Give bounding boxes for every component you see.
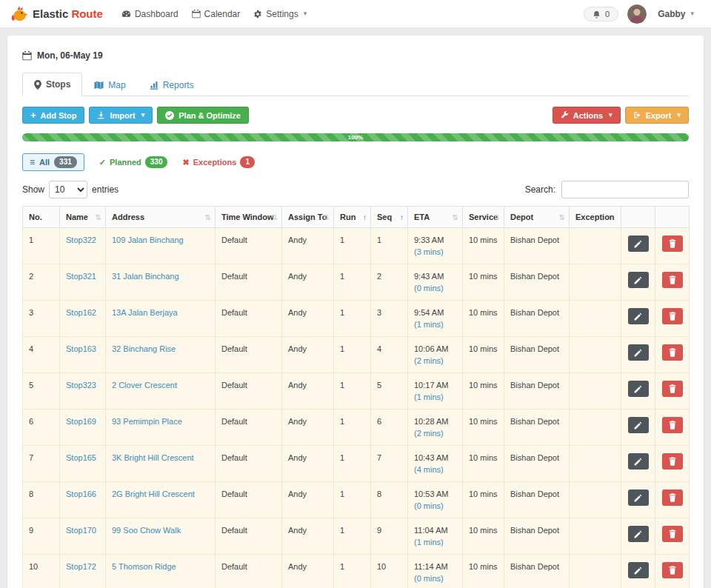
stop-address-link[interactable]: 2 Clover Crescent (112, 381, 177, 390)
edit-stop-button[interactable] (628, 417, 649, 433)
pencil-icon (634, 385, 642, 393)
plan-optimize-button[interactable]: Plan & Optimize (157, 107, 249, 124)
date-selector[interactable]: Mon, 06-May 19 (22, 47, 689, 62)
bar-chart-icon (150, 81, 158, 90)
stop-name-link[interactable]: Stop169 (66, 417, 96, 426)
tab-reports[interactable]: Reports (138, 73, 206, 96)
column-header-service[interactable]: Service⇅ (463, 207, 504, 228)
cell-seq: 4 (371, 337, 408, 373)
cell-delete (655, 373, 690, 410)
delete-stop-button[interactable] (662, 526, 683, 542)
actions-button[interactable]: Actions ▾ (553, 107, 621, 124)
cell-address: 5 Thomson Ridge (106, 555, 216, 588)
cell-delete (655, 228, 690, 264)
nav-calendar[interactable]: Calendar (185, 9, 247, 19)
brand-logo[interactable]: ElasticRoute (10, 5, 103, 23)
filter-planned-button[interactable]: ✓ Planned 330 (99, 156, 168, 168)
delete-stop-button[interactable] (662, 308, 683, 324)
cell-seq: 5 (371, 373, 408, 410)
notifications-button[interactable]: 0 (584, 7, 618, 21)
cell-time-window: Default (216, 228, 282, 264)
column-header-run[interactable]: Run↑ (334, 207, 371, 228)
delete-stop-button[interactable] (662, 344, 683, 361)
cell-edit (621, 555, 655, 588)
export-button[interactable]: Export ▾ (625, 107, 689, 124)
filter-all-button[interactable]: ≡ All 331 (22, 153, 84, 171)
column-header-name[interactable]: Name⇅ (60, 207, 106, 228)
filter-exceptions-button[interactable]: ✖ Exceptions 1 (182, 156, 254, 168)
stop-name-link[interactable]: Stop170 (66, 526, 96, 535)
user-menu[interactable]: Gabby ▾ (651, 9, 701, 19)
column-header-eta[interactable]: ETA⇅ (408, 207, 463, 228)
nav-settings[interactable]: Settings ▾ (247, 9, 313, 19)
stop-address-link[interactable]: 31 Jalan Binchang (112, 272, 179, 281)
stop-name-link[interactable]: Stop321 (66, 272, 96, 281)
cell-time-window: Default (216, 482, 282, 518)
stop-name-link[interactable]: Stop166 (66, 490, 96, 498)
stop-address-link[interactable]: 109 Jalan Binchang (112, 235, 184, 244)
stop-address-link[interactable]: 32 Binchang Rise (112, 344, 176, 353)
cell-delete (655, 264, 690, 301)
column-header-no[interactable]: No. (23, 207, 60, 228)
cell-eta: 10:43 AM(4 mins) (408, 446, 463, 482)
edit-stop-button[interactable] (628, 344, 649, 361)
delete-stop-button[interactable] (662, 562, 683, 578)
add-stop-button[interactable]: + Add Stop (22, 107, 84, 124)
tab-map[interactable]: Map (82, 73, 137, 96)
column-header-exception[interactable]: Exception (570, 207, 621, 228)
stop-name-link[interactable]: Stop162 (66, 308, 96, 317)
stop-address-link[interactable]: 2G Bright Hill Crescent (112, 490, 195, 498)
delete-stop-button[interactable] (662, 417, 683, 433)
column-header-assign-to[interactable]: Assign To⇅ (282, 207, 334, 228)
cell-no: 8 (23, 482, 60, 518)
cell-depot: Bishan Depot (504, 482, 570, 518)
stop-address-link[interactable]: 93 Pemimpin Place (112, 417, 182, 426)
edit-stop-button[interactable] (628, 562, 649, 578)
column-header-address[interactable]: Address⇅ (106, 207, 216, 228)
stop-address-link[interactable]: 5 Thomson Ridge (112, 562, 176, 571)
edit-stop-button[interactable] (628, 308, 649, 324)
stop-name-link[interactable]: Stop322 (66, 235, 96, 244)
cell-seq: 6 (371, 410, 408, 446)
delete-stop-button[interactable] (662, 490, 683, 506)
avatar[interactable] (627, 4, 647, 24)
cell-run: 1 (334, 228, 371, 264)
column-header-seq[interactable]: Seq↑ (371, 207, 408, 228)
import-button[interactable]: Import ▾ (89, 107, 153, 124)
edit-stop-button[interactable] (628, 526, 649, 542)
tab-stops[interactable]: Stops (22, 73, 82, 96)
trash-icon (669, 529, 676, 538)
edit-stop-button[interactable] (628, 381, 649, 397)
column-header-depot[interactable]: Depot⇅ (504, 207, 570, 228)
entries-select[interactable]: 10 (49, 181, 87, 198)
cell-no: 10 (23, 555, 60, 588)
stop-name-link[interactable]: Stop163 (66, 344, 96, 353)
search-input[interactable] (561, 181, 689, 198)
table-row: 4Stop16332 Binchang RiseDefaultAndy1410:… (23, 337, 690, 373)
edit-stop-button[interactable] (628, 235, 649, 252)
stop-name-link[interactable]: Stop172 (66, 562, 96, 571)
table-row: 3Stop16213A Jalan BerjayaDefaultAndy139:… (23, 301, 690, 337)
stop-address-link[interactable]: 99 Soo Chow Walk (112, 526, 181, 535)
delete-stop-button[interactable] (662, 453, 683, 470)
column-header-time-window[interactable]: Time Window⇅ (216, 207, 282, 228)
plan-optimize-label: Plan & Optimize (178, 111, 241, 120)
cell-edit (621, 446, 655, 482)
delete-stop-button[interactable] (662, 272, 683, 288)
nav-dashboard[interactable]: Dashboard (115, 9, 185, 19)
cell-address: 32 Binchang Rise (106, 337, 216, 373)
delete-stop-button[interactable] (662, 381, 683, 397)
stop-name-link[interactable]: Stop165 (66, 453, 96, 462)
edit-stop-button[interactable] (628, 453, 649, 470)
delete-stop-button[interactable] (662, 235, 683, 252)
edit-stop-button[interactable] (628, 272, 649, 288)
cell-eta: 10:53 AM(0 mins) (408, 482, 463, 518)
stop-address-link[interactable]: 13A Jalan Berjaya (112, 308, 178, 317)
sort-icon: ⇅ (205, 213, 211, 221)
sort-asc-icon: ↑ (400, 213, 404, 221)
filter-all-count-badge: 331 (54, 156, 77, 168)
stop-address-link[interactable]: 3K Bright Hill Crescent (112, 453, 194, 462)
edit-stop-button[interactable] (628, 490, 649, 506)
stop-name-link[interactable]: Stop323 (66, 381, 96, 390)
tab-map-label: Map (108, 80, 125, 90)
